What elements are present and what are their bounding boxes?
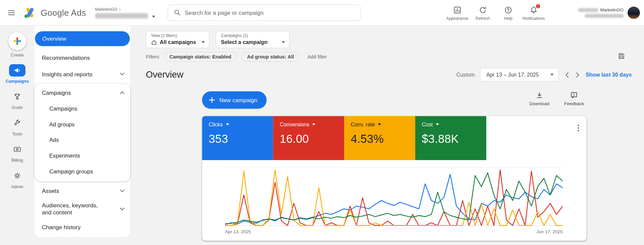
- metric-value: $3.88K: [422, 132, 480, 146]
- topbar-actions: Appearance Refresh Help: [444, 4, 546, 21]
- refresh-button[interactable]: Refresh: [470, 4, 495, 21]
- avatar[interactable]: [628, 6, 640, 19]
- rail-item-campaigns[interactable]: Campaigns: [6, 64, 29, 84]
- next-period-button[interactable]: [575, 71, 580, 78]
- brand-title: Google Ads: [41, 8, 86, 17]
- google-ads-triangle-icon: [23, 6, 37, 19]
- admin-gear-icon: [13, 172, 21, 180]
- sidebar-campaigns-group: Campaigns Campaigns Ad groups Ads Experi…: [35, 84, 130, 181]
- appearance-button[interactable]: Appearance: [444, 4, 470, 21]
- plus-icon: [209, 97, 215, 104]
- date-mode-label: Custom: [457, 72, 475, 78]
- profile-menu[interactable]: MarketinGO: [579, 6, 640, 19]
- campaign-actions-row: New campaign Download Feedback: [146, 91, 644, 109]
- sidebar-item-label: Overview: [42, 35, 66, 42]
- profile-org-label: MarketinGO: [600, 7, 623, 12]
- date-range-dropdown[interactable]: Apr 13 – Jun 17, 2025: [480, 68, 559, 81]
- metric-card[interactable]: Cost $3.88K: [415, 116, 486, 160]
- chevron-down-icon: [550, 74, 554, 76]
- tools-wrench-icon: [13, 119, 21, 127]
- date-range-controls: Custom Apr 13 – Jun 17, 2025 Show last 3…: [457, 68, 632, 81]
- chevron-down-icon: [120, 207, 124, 211]
- notifications-button[interactable]: ! Notifications: [521, 4, 546, 21]
- save-filter-button[interactable]: [618, 52, 625, 62]
- google-ads-logo: Google Ads: [23, 6, 86, 19]
- sidebar-item-overview[interactable]: Overview: [35, 31, 130, 46]
- breadcrumb-chevron-icon: ›: [119, 7, 121, 11]
- feedback-icon: [570, 91, 578, 99]
- redacted-profile-name: [579, 8, 598, 12]
- card-more-options-button[interactable]: [576, 123, 581, 135]
- view-filter-row: View (2 filters) All campaigns Campaigns…: [146, 31, 644, 48]
- page-header: Overview Custom Apr 13 – Jun 17, 2025 Sh…: [146, 68, 644, 81]
- chevron-down-icon: [282, 41, 285, 43]
- overview-chart-canvas: [225, 167, 563, 227]
- filter-chip-campaign-status[interactable]: Campaign status: Enabled: [164, 52, 236, 62]
- chevron-right-icon: [576, 72, 580, 78]
- sidebar-item-insights-and-reports[interactable]: Insights and reports: [35, 66, 130, 82]
- metric-label: Clicks: [209, 121, 223, 127]
- previous-period-button[interactable]: [564, 71, 570, 78]
- campaigns-megaphone-icon: [13, 67, 21, 74]
- new-campaign-button[interactable]: New campaign: [202, 91, 266, 109]
- show-last-30-days-link[interactable]: Show last 30 days: [586, 72, 632, 78]
- feedback-button[interactable]: Feedback: [564, 91, 584, 106]
- create-button[interactable]: Create: [8, 32, 26, 57]
- metric-cards: Clicks 353 Conversions 16.00 Conv. rate: [202, 116, 586, 160]
- download-icon: [535, 91, 543, 99]
- refresh-icon: [478, 6, 487, 14]
- metric-label: Conversions: [280, 121, 309, 127]
- search-icon: [173, 9, 180, 16]
- sidebar-item-campaigns[interactable]: Campaigns: [35, 101, 130, 117]
- chevron-down-icon: [152, 15, 155, 17]
- metric-label: Cost: [422, 121, 433, 127]
- view-filter-dropdown[interactable]: View (2 filters) All campaigns: [146, 31, 210, 48]
- campaign-select-dropdown[interactable]: Campaigns (2) Select a campaign: [216, 31, 289, 48]
- goals-trophy-icon: [13, 93, 21, 101]
- sidebar-item-change-history[interactable]: Change history: [35, 219, 130, 235]
- sidebar-item-campaigns-section[interactable]: Campaigns: [35, 84, 130, 101]
- sidebar-item-recommendations[interactable]: Recommendations: [35, 49, 130, 66]
- create-plus-icon: [13, 37, 22, 46]
- sidebar-item-ad-groups[interactable]: Ad groups: [35, 117, 130, 132]
- time-series-chart: Apr 13, 2025 Jun 17, 2025: [202, 160, 586, 234]
- appearance-icon: [453, 6, 462, 14]
- sidebar-item-audiences-keywords-content[interactable]: Audiences, keywords, and content: [35, 199, 130, 219]
- top-app-bar: Google Ads MarketinGO ›: [0, 0, 644, 26]
- secondary-sidebar: Overview Recommendations Insights and re…: [35, 26, 130, 237]
- sidebar-item-campaign-groups[interactable]: Campaign groups: [35, 163, 130, 179]
- rail-item-goals[interactable]: Goals: [9, 90, 25, 110]
- x-axis-end-label: Jun 17, 2025: [537, 229, 563, 234]
- hamburger-menu-icon[interactable]: [0, 0, 23, 25]
- account-breadcrumb: MarketinGO: [95, 7, 117, 11]
- chevron-down-icon: [312, 123, 316, 125]
- chevron-up-icon: [120, 91, 124, 94]
- chevron-down-icon: [436, 123, 439, 125]
- sidebar-item-ads[interactable]: Ads: [35, 132, 130, 148]
- chart-x-axis-labels: Apr 13, 2025 Jun 17, 2025: [225, 229, 563, 234]
- rail-item-tools[interactable]: Tools: [9, 117, 25, 136]
- metric-card[interactable]: Clicks 353: [202, 116, 273, 160]
- rail-item-admin[interactable]: Admin: [9, 169, 25, 189]
- metric-value: 353: [209, 132, 267, 146]
- rail-item-billing[interactable]: Billing: [9, 143, 25, 163]
- main-content: View (2 filters) All campaigns Campaigns…: [146, 26, 644, 245]
- metric-label: Conv. rate: [351, 121, 375, 127]
- search-input[interactable]: [185, 9, 355, 16]
- filter-chip-ad-group-status[interactable]: Ad group status: All: [241, 52, 299, 62]
- metric-value: 16.00: [280, 132, 338, 146]
- chevron-down-icon: [226, 123, 229, 125]
- add-filter-button[interactable]: Add filter: [308, 54, 327, 59]
- metric-card[interactable]: Conversions 16.00: [273, 116, 344, 160]
- filters-label: Filters: [146, 54, 159, 59]
- chevron-down-icon: [378, 123, 381, 125]
- sidebar-item-experiments[interactable]: Experiments: [35, 148, 130, 164]
- campaign-home-icon: [151, 39, 157, 45]
- help-button[interactable]: Help: [495, 4, 521, 21]
- download-button[interactable]: Download: [529, 91, 549, 106]
- overview-performance-card: Clicks 353 Conversions 16.00 Conv. rate: [202, 116, 586, 241]
- account-switcher[interactable]: MarketinGO ›: [95, 7, 155, 18]
- sidebar-item-assets[interactable]: Assets: [35, 183, 130, 199]
- metric-card[interactable]: Conv. rate 4.53%: [344, 116, 415, 160]
- chevron-down-icon: [120, 189, 124, 193]
